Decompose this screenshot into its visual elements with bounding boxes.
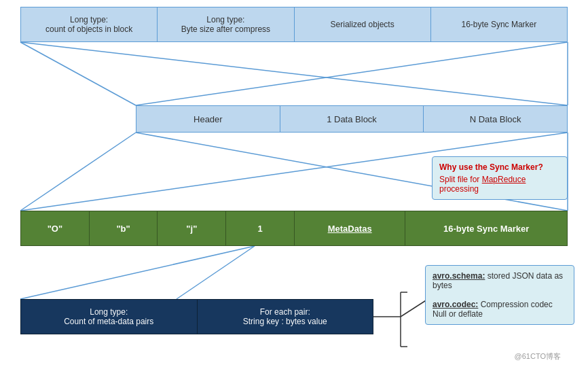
- bc-b: "b": [90, 211, 158, 246]
- svg-line-2: [136, 42, 568, 105]
- callout-avro: avro.schema: stored JSON data as bytes a…: [425, 265, 574, 325]
- diagram-container: Long type:count of objects in block Long…: [0, 0, 588, 367]
- mid-row: Header 1 Data Block N Data Block: [136, 105, 568, 133]
- callout-avro-key1: avro.schema:: [433, 271, 485, 281]
- bc-o: "O": [20, 211, 90, 246]
- mid-cell-ndatablock: N Data Block: [424, 105, 568, 133]
- top-cell-3: Serialized objects: [295, 7, 431, 42]
- lc-count: Long type:Count of meta-data pairs: [20, 299, 198, 334]
- callout-avro-key2: avro.codec:: [433, 300, 478, 309]
- callout-sync-link[interactable]: MapReduce: [482, 175, 526, 184]
- callout-sync-body: Split file for: [439, 175, 482, 184]
- top-cell-1: Long type:count of objects in block: [20, 7, 158, 42]
- bc-sync-marker: 16-byte Sync Marker: [405, 211, 568, 246]
- callout-sync-title: Why use the Sync Marker?: [439, 162, 560, 172]
- top-row: Long type:count of objects in block Long…: [20, 7, 568, 42]
- lowest-row: Long type:Count of meta-data pairs For e…: [20, 299, 373, 334]
- svg-line-0: [20, 42, 136, 105]
- bc-metadatas: MetaDatas: [295, 211, 405, 246]
- svg-line-8: [177, 246, 255, 299]
- svg-line-9: [20, 246, 255, 299]
- bottom-row: "O" "b" "j" 1 MetaDatas 16-byte Sync Mar…: [20, 211, 568, 246]
- lc-pair: For each pair:String key : bytes value: [198, 299, 374, 334]
- bc-1: 1: [226, 211, 295, 246]
- top-cell-2: Long type:Byte size after compress: [158, 7, 294, 42]
- watermark: @61CTO博客: [515, 351, 561, 362]
- svg-line-3: [20, 42, 568, 105]
- mid-cell-header: Header: [136, 105, 280, 133]
- top-cell-4: 16-byte Sync Marker: [431, 7, 568, 42]
- callout-sync-body2: processing: [439, 184, 479, 194]
- mid-cell-1datablock: 1 Data Block: [280, 105, 424, 133]
- callout-sync: Why use the Sync Marker? Split file for …: [432, 156, 568, 200]
- svg-line-4: [20, 133, 136, 211]
- bc-j: "j": [158, 211, 226, 246]
